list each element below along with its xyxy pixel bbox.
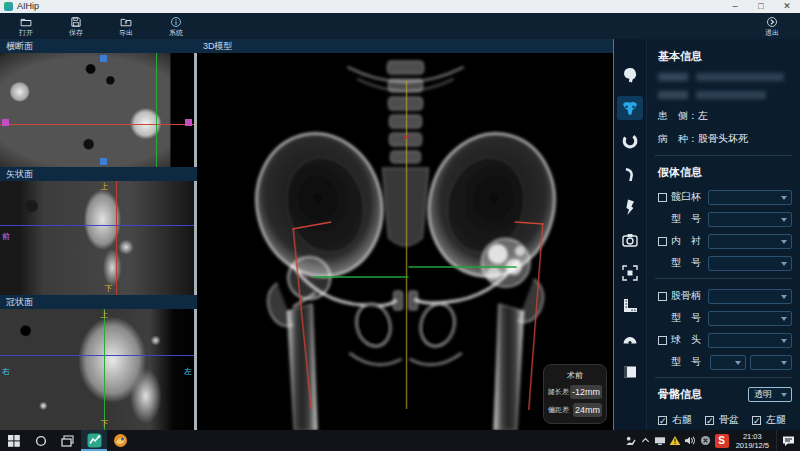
task-view-button[interactable] bbox=[54, 430, 81, 451]
right-leg-checkbox[interactable]: ✓ bbox=[658, 416, 667, 425]
head-checkbox[interactable] bbox=[658, 336, 667, 345]
pelvis-checkbox[interactable]: ✓ bbox=[705, 416, 714, 425]
chevron-down-icon bbox=[781, 317, 787, 321]
transverse-axis-line-green[interactable] bbox=[156, 53, 157, 167]
orientation-marker-right bbox=[185, 119, 192, 126]
cup-label: 髋臼杯 bbox=[671, 190, 701, 204]
liner-model-dropdown[interactable] bbox=[708, 256, 792, 271]
pelvis-toggle[interactable]: ✓ 骨盆 bbox=[705, 413, 739, 427]
export-folder-icon bbox=[120, 16, 132, 28]
preop-title: 术前 bbox=[548, 370, 602, 381]
head-dropdown[interactable] bbox=[708, 333, 792, 348]
input-method-indicator[interactable]: S bbox=[715, 434, 729, 448]
liner-checkbox[interactable] bbox=[658, 237, 667, 246]
head-label: 球 头 bbox=[671, 333, 701, 347]
sagittal-ct-viewport[interactable]: 上 下 前 bbox=[0, 181, 197, 295]
tray-remote-tool[interactable] bbox=[623, 430, 638, 451]
coronal-axis-line-blue[interactable] bbox=[0, 355, 194, 356]
save-button[interactable]: 保存 bbox=[58, 13, 94, 39]
main-area: 横断面 矢状面 上 下 前 冠状面 bbox=[0, 39, 800, 430]
tool-femoral-stem[interactable] bbox=[617, 195, 643, 219]
windows-start-icon bbox=[8, 435, 20, 447]
cup-model-row: 型 号 bbox=[658, 211, 792, 227]
tool-ruler[interactable] bbox=[617, 294, 643, 318]
sagittal-view-header: 矢状面 bbox=[0, 167, 197, 181]
app-logo-icon bbox=[4, 2, 13, 11]
bone-display-dropdown[interactable]: 透明 bbox=[748, 387, 792, 402]
pelvis-label: 骨盆 bbox=[719, 413, 739, 427]
tray-volume[interactable] bbox=[683, 430, 698, 451]
export-button[interactable]: 导出 bbox=[108, 13, 144, 39]
exit-button[interactable]: 退出 bbox=[754, 13, 790, 39]
tray-network-warning[interactable] bbox=[668, 430, 683, 451]
coronal-label-superior: 上 bbox=[100, 311, 108, 319]
left-leg-toggle[interactable]: ✓ 左腿 bbox=[752, 413, 786, 427]
divider bbox=[655, 278, 792, 279]
cortana-button[interactable] bbox=[27, 430, 54, 451]
tool-screenshot[interactable] bbox=[617, 228, 643, 252]
panel-icon bbox=[621, 363, 639, 381]
window-title: AIHip bbox=[17, 0, 39, 13]
head-model-dropdown-2[interactable] bbox=[750, 355, 792, 370]
tray-show-hidden[interactable] bbox=[638, 430, 653, 451]
coronal-ct-viewport[interactable]: 上 下 右 左 bbox=[0, 309, 197, 430]
cup-checkbox[interactable] bbox=[658, 193, 667, 202]
liner-model-label: 型 号 bbox=[671, 256, 701, 270]
disease-value: 股骨头坏死 bbox=[698, 132, 748, 146]
tray-display[interactable] bbox=[653, 430, 668, 451]
open-folder-icon bbox=[20, 16, 32, 28]
transverse-view-header: 横断面 bbox=[0, 39, 197, 53]
taskbar-app-secondary[interactable] bbox=[107, 430, 133, 451]
model-3d-header: 3D模型 bbox=[197, 39, 613, 53]
left-leg-label: 左腿 bbox=[766, 413, 786, 427]
acetabular-cup-icon bbox=[621, 132, 639, 150]
tool-liner[interactable] bbox=[617, 162, 643, 186]
taskbar-app-aihip[interactable] bbox=[81, 430, 107, 451]
task-view-icon bbox=[61, 435, 74, 447]
tool-acetabular-cup[interactable] bbox=[617, 129, 643, 153]
divider bbox=[655, 155, 792, 156]
tool-protractor[interactable] bbox=[617, 327, 643, 351]
tool-panel[interactable] bbox=[617, 360, 643, 384]
tool-pelvis[interactable] bbox=[617, 96, 643, 120]
start-button[interactable] bbox=[0, 430, 27, 451]
system-tray: S 21:03 2019/12/5 bbox=[623, 430, 800, 451]
stem-model-dropdown[interactable] bbox=[708, 311, 792, 326]
chevron-down-icon bbox=[735, 361, 741, 365]
info-panel: 基本信息 患 侧： 左 病 种： 股骨头坏死 假体信息 髋臼杯 bbox=[646, 39, 800, 430]
cup-model-dropdown[interactable] bbox=[708, 212, 792, 227]
liner-dropdown[interactable] bbox=[708, 234, 792, 249]
basic-info-title: 基本信息 bbox=[658, 49, 792, 64]
tool-femoral-head[interactable] bbox=[617, 63, 643, 87]
stem-dropdown[interactable] bbox=[708, 289, 792, 304]
head-model-dropdown-1[interactable] bbox=[710, 355, 746, 370]
right-leg-toggle[interactable]: ✓ 右腿 bbox=[658, 413, 692, 427]
system-button[interactable]: 系统 bbox=[158, 13, 194, 39]
minimize-button[interactable]: – bbox=[722, 0, 748, 13]
sagittal-axis-line-red[interactable] bbox=[116, 181, 117, 295]
network-warning-icon bbox=[669, 435, 681, 446]
open-button[interactable]: 打开 bbox=[8, 13, 44, 39]
liner-model-row: 型 号 bbox=[658, 255, 792, 271]
cup-dropdown[interactable] bbox=[708, 190, 792, 205]
camera-icon bbox=[621, 231, 639, 249]
redacted-field-label bbox=[658, 91, 688, 99]
redacted-name-row bbox=[658, 91, 792, 99]
taskbar-clock[interactable]: 21:03 2019/12/5 bbox=[736, 432, 769, 450]
model-3d-viewport[interactable]: 术前 腿长差 -12mm 偏距差 24mm bbox=[197, 53, 613, 430]
action-center-button[interactable] bbox=[776, 430, 800, 451]
tray-status[interactable] bbox=[698, 430, 713, 451]
left-leg-checkbox[interactable]: ✓ bbox=[752, 416, 761, 425]
coronal-axis-line-green[interactable] bbox=[104, 309, 105, 430]
sagittal-axis-line-blue[interactable] bbox=[0, 225, 194, 226]
close-button[interactable]: ✕ bbox=[774, 0, 800, 13]
chevron-down-icon bbox=[781, 393, 787, 397]
transverse-axis-line-red[interactable] bbox=[0, 124, 194, 125]
orientation-marker-bottom bbox=[100, 158, 107, 165]
offset-value-pill: 24mm bbox=[573, 403, 602, 417]
tool-reset-view[interactable] bbox=[617, 261, 643, 285]
transverse-ct-viewport[interactable] bbox=[0, 53, 197, 167]
maximize-button[interactable]: □ bbox=[748, 0, 774, 13]
cortana-icon bbox=[35, 435, 47, 447]
stem-checkbox[interactable] bbox=[658, 292, 667, 301]
